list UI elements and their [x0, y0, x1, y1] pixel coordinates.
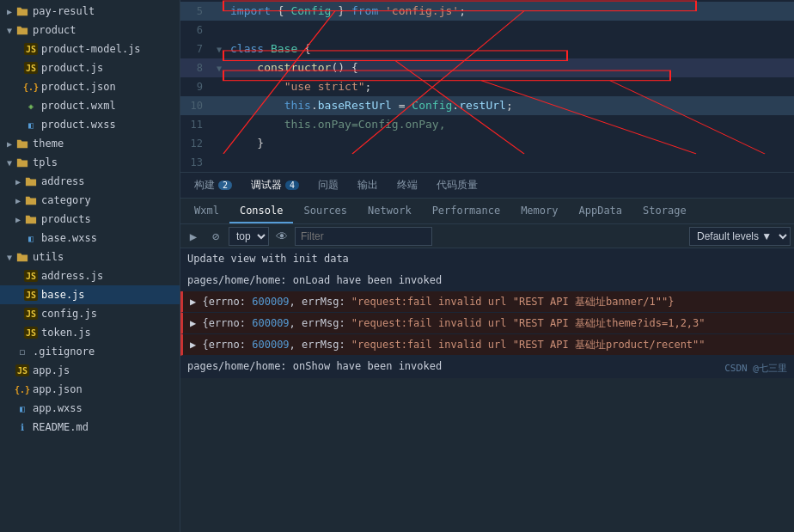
sidebar-item-theme[interactable]: ▶ theme	[0, 134, 180, 153]
tab-terminal[interactable]: 终端	[388, 174, 426, 196]
chevron-right-icon: ▶	[12, 196, 24, 205]
sidebar-item-app-js[interactable]: JS app.js	[0, 361, 180, 380]
eye-button[interactable]: 👁	[272, 227, 291, 246]
sidebar-item-label: product.json	[41, 81, 116, 93]
sidebar-item-product-wxss[interactable]: ◧ product.wxss	[0, 115, 180, 134]
devtab-storage[interactable]: Storage	[632, 199, 697, 223]
code-line-13[interactable]: 13	[180, 153, 794, 172]
sidebar-item-product-js[interactable]: JS product.js	[0, 58, 180, 77]
devtab-performance[interactable]: Performance	[422, 199, 510, 223]
tab-debugger[interactable]: 调试器 4	[242, 174, 308, 196]
folder-open-icon	[15, 23, 29, 37]
sidebar-item-pay-result[interactable]: ▶ pay-result	[0, 2, 180, 21]
sidebar-item-label: base.wxss	[41, 232, 97, 244]
folder-icon	[15, 4, 29, 18]
sidebar-item-gitignore[interactable]: ◻ .gitignore	[0, 342, 180, 361]
console-line-6: pages/home/home: onShow have been invoke…	[180, 356, 794, 377]
js-file-icon: JS	[24, 327, 38, 339]
sidebar-item-utils[interactable]: ▼ utils	[0, 248, 180, 266]
sidebar-item-products[interactable]: ▶ products	[0, 210, 180, 229]
console-prefix: ▶ {errno:	[190, 296, 252, 308]
bottom-panel: 构建 2 调试器 4 问题 输出 终端 代码质量	[180, 172, 794, 378]
devtab-label: Wxml	[194, 205, 219, 217]
sidebar-item-token-js[interactable]: JS token.js	[0, 323, 180, 342]
line-fold: ▼	[211, 45, 227, 54]
devtab-network[interactable]: Network	[357, 199, 422, 223]
file-icon: ◻	[15, 345, 29, 358]
line-number: 9	[180, 81, 211, 93]
chevron-down-icon: ▼	[3, 26, 15, 35]
code-line-8[interactable]: 8 ▼ constructor() {	[180, 58, 794, 77]
folder-icon	[15, 137, 29, 150]
sidebar-item-product-model-js[interactable]: JS product-model.js	[0, 40, 180, 58]
line-code: constructor() {	[227, 58, 794, 77]
tab-label: 输出	[357, 178, 378, 193]
code-line-10[interactable]: 10 this.baseRestUrl = Config.restUrl;	[180, 96, 794, 115]
editor-area[interactable]: 5 import { Config } from 'config.js'; 6 …	[180, 0, 794, 532]
console-prefix: ▶ {errno:	[190, 339, 252, 351]
tab-output[interactable]: 输出	[349, 174, 387, 196]
sidebar-item-label: product	[33, 24, 76, 36]
devtab-sources[interactable]: Sources	[293, 199, 357, 223]
js-file-icon: JS	[24, 43, 38, 55]
line-number: 12	[180, 138, 211, 150]
levels-select[interactable]: Default levels ▼	[689, 227, 791, 246]
code-editor[interactable]: 5 import { Config } from 'config.js'; 6 …	[180, 0, 794, 172]
sidebar-item-product[interactable]: ▼ product	[0, 21, 180, 40]
line-code: "use strict";	[227, 77, 794, 96]
error-num: 600009	[252, 339, 289, 351]
tab-badge: 2	[218, 180, 232, 190]
sidebar-item-tpls[interactable]: ▼ tpls	[0, 153, 180, 172]
filter-input[interactable]	[295, 227, 432, 246]
code-line-12[interactable]: 12 }	[180, 134, 794, 153]
sidebar-item-address-js[interactable]: JS address.js	[0, 266, 180, 285]
code-line-5[interactable]: 5 import { Config } from 'config.js';	[180, 2, 794, 21]
code-line-9[interactable]: 9 "use strict";	[180, 77, 794, 96]
devtab-appdata[interactable]: AppData	[568, 199, 632, 223]
context-select[interactable]: top	[229, 227, 269, 246]
block-button[interactable]: ⊘	[206, 227, 225, 246]
editor-lines: 5 import { Config } from 'config.js'; 6 …	[180, 0, 794, 172]
sidebar-item-label: utils	[33, 251, 64, 263]
devtab-console[interactable]: Console	[229, 199, 294, 223]
tab-quality[interactable]: 代码质量	[428, 174, 486, 196]
sidebar-item-label: pay-result	[33, 5, 95, 17]
line-code: class Base {	[227, 40, 794, 58]
sidebar-item-base-wxss[interactable]: ◧ base.wxss	[0, 229, 180, 248]
js-file-icon: JS	[24, 308, 38, 320]
sidebar-item-address[interactable]: ▶ address	[0, 172, 180, 191]
code-line-6[interactable]: 6	[180, 21, 794, 40]
tab-build[interactable]: 构建 2	[186, 174, 241, 196]
sidebar-item-label: app.json	[33, 383, 82, 395]
tab-issues[interactable]: 问题	[309, 174, 347, 196]
sidebar-item-product-wxml[interactable]: ◈ product.wxml	[0, 96, 180, 115]
sidebar-item-label: README.md	[33, 421, 89, 433]
error-num: 600009	[252, 317, 289, 329]
code-line-7[interactable]: 7 ▼ class Base {	[180, 40, 794, 58]
js-file-icon: JS	[24, 289, 38, 301]
sidebar-item-product-json[interactable]: {.} product.json	[0, 77, 180, 96]
wxss-file-icon: ◧	[24, 232, 38, 244]
folder-icon	[24, 174, 38, 188]
sidebar-item-category[interactable]: ▶ category	[0, 191, 180, 210]
sidebar-item-label: products	[41, 213, 91, 225]
chevron-down-icon: ▼	[3, 158, 15, 168]
file-explorer[interactable]: ▶ pay-result ▼ product JS product-model.…	[0, 0, 180, 532]
sidebar-item-app-wxss[interactable]: ◧ app.wxss	[0, 399, 180, 418]
devtab-memory[interactable]: Memory	[510, 199, 568, 223]
js-file-icon: JS	[24, 62, 38, 74]
info-file-icon: ℹ	[15, 421, 29, 433]
console-line-3: ▶ {errno: 600009, errMsg: "request:fail …	[180, 291, 794, 313]
folder-open-icon	[15, 250, 29, 264]
sidebar-item-config-js[interactable]: JS config.js	[0, 304, 180, 323]
sidebar-item-base-js[interactable]: JS base.js	[0, 285, 180, 304]
devtab-wxml[interactable]: Wxml	[184, 199, 229, 223]
sidebar-item-label: product.wxml	[41, 100, 116, 112]
run-button[interactable]: ▶	[184, 227, 203, 246]
devtab-label: Storage	[643, 205, 687, 217]
sidebar-item-app-json[interactable]: {.} app.json	[0, 380, 180, 399]
code-line-11[interactable]: 11 this.onPay=Config.onPay,	[180, 115, 794, 134]
sidebar-item-label: theme	[33, 138, 64, 150]
tab-label: 构建	[194, 178, 215, 193]
sidebar-item-readme[interactable]: ℹ README.md	[0, 418, 180, 437]
